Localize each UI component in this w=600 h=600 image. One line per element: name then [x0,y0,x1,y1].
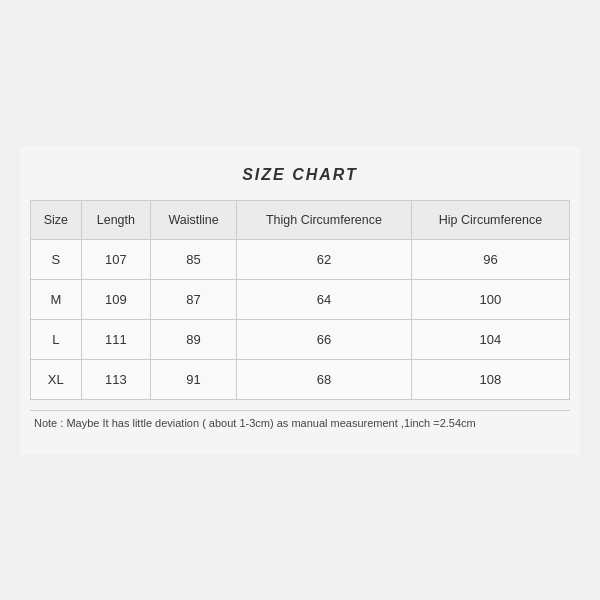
note-text: Note : Maybe It has little deviation ( a… [30,410,570,435]
col-header-waistline: Waistline [151,200,237,239]
cell-waistline: 87 [151,279,237,319]
table-header-row: Size Length Waistline Thigh Circumferenc… [31,200,570,239]
table-row: S107856296 [31,239,570,279]
col-header-size: Size [31,200,82,239]
cell-length: 113 [81,359,150,399]
cell-size: XL [31,359,82,399]
cell-size: M [31,279,82,319]
cell-size: L [31,319,82,359]
col-header-hip: Hip Circumference [411,200,569,239]
cell-hip: 100 [411,279,569,319]
cell-hip: 104 [411,319,569,359]
cell-length: 109 [81,279,150,319]
cell-thigh: 64 [236,279,411,319]
table-row: L1118966104 [31,319,570,359]
size-chart-table: Size Length Waistline Thigh Circumferenc… [30,200,570,400]
table-row: M1098764100 [31,279,570,319]
cell-hip: 108 [411,359,569,399]
table-row: XL1139168108 [31,359,570,399]
cell-thigh: 66 [236,319,411,359]
chart-container: SIZE CHART Size Length Waistline Thigh C… [20,146,580,455]
col-header-length: Length [81,200,150,239]
cell-waistline: 91 [151,359,237,399]
chart-title: SIZE CHART [30,166,570,184]
col-header-thigh: Thigh Circumference [236,200,411,239]
cell-waistline: 89 [151,319,237,359]
cell-thigh: 62 [236,239,411,279]
cell-hip: 96 [411,239,569,279]
cell-thigh: 68 [236,359,411,399]
cell-waistline: 85 [151,239,237,279]
cell-size: S [31,239,82,279]
cell-length: 111 [81,319,150,359]
cell-length: 107 [81,239,150,279]
